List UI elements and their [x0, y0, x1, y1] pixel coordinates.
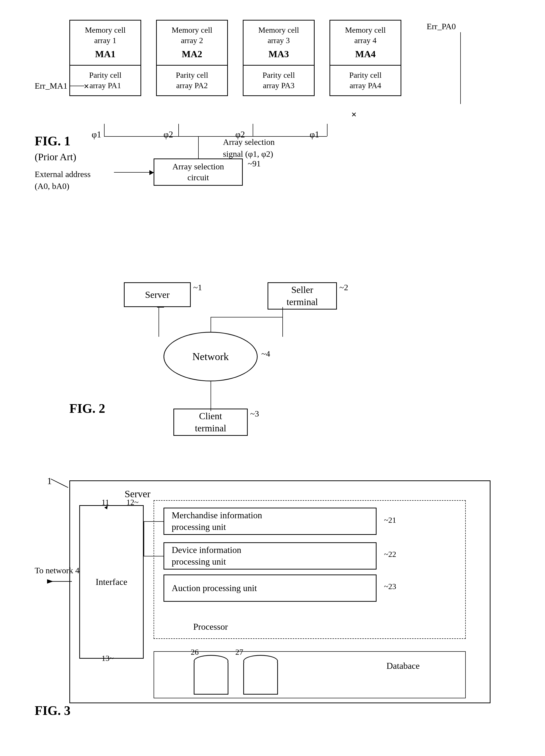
x-mark-ma1: ×	[84, 81, 89, 92]
line-sl-h1	[210, 317, 283, 317]
db-num-27: 27	[235, 648, 243, 657]
fig3-diagram: Server 1 To network 4 Interface 11 12~ 1…	[20, 475, 525, 748]
memory-arrays-row: Memory cellarray 1 MA1 Parity cellarray …	[69, 20, 401, 96]
arr-sel-signal-label: Array selectionsignal (φ1, φ2)	[223, 136, 275, 160]
horiz-phi-line	[104, 136, 327, 137]
seller-num: ~2	[340, 283, 348, 292]
client-num: ~3	[250, 409, 259, 418]
fig2-diagram: Server ~1 Sellerterminal ~2 Network ~4 C…	[20, 267, 525, 466]
to-network-arrow-svg	[45, 576, 74, 586]
db-num-26: 26	[191, 648, 199, 657]
database-area	[153, 651, 466, 698]
vert-line-1	[104, 124, 104, 136]
mem-top-label-2: Memory cellarray 2	[172, 25, 212, 46]
proc-unit-3-label: Auction processing unit	[172, 582, 257, 594]
phi-label-2: φ2	[163, 129, 173, 140]
seller-label: Sellerterminal	[287, 284, 318, 308]
err-pa0-line	[460, 32, 461, 104]
proc-unit-merchandise: Merchandise informationprocessing unit	[163, 508, 377, 535]
fig2-label: FIG. 2	[69, 401, 105, 416]
proc-unit-auction: Auction processing unit	[163, 574, 377, 602]
vert-line-2	[178, 124, 179, 136]
memory-block-2: Memory cellarray 2 MA2 Parity cellarray …	[156, 20, 228, 96]
fig1-diagram: Err_PA0 Memory cellarray 1 MA1 Parity ce…	[20, 15, 525, 258]
mem-bottom-3: Parity cellarray PA3	[243, 66, 314, 95]
mem-name-4: MA4	[355, 48, 376, 60]
network-label: Network	[192, 351, 229, 363]
fig1-prior-art: (Prior Art)	[35, 151, 76, 163]
line-server-to-network	[158, 307, 159, 337]
label-13: 13~	[102, 654, 114, 663]
proc-unit-1-label: Merchandise informationprocessing unit	[172, 510, 262, 533]
client-label: Clientterminal	[195, 410, 226, 435]
svg-line-0	[51, 479, 68, 488]
mem-bottom-2: Parity cellarray PA2	[157, 66, 227, 95]
ext-addr-arrow	[114, 172, 153, 173]
proc-unit-device: Device informationprocessing unit	[163, 542, 377, 570]
mem-name-1: MA1	[95, 48, 115, 60]
proc-unit-2-label: Device informationprocessing unit	[172, 544, 241, 568]
server-box: Server	[124, 282, 191, 307]
err-pa0-label: Err_PA0	[427, 22, 456, 31]
seller-terminal-box: Sellerterminal	[267, 282, 337, 310]
parity-label-4: Parity cellarray PA4	[349, 70, 382, 91]
mem-top-label-1: Memory cellarray 1	[85, 25, 126, 46]
network-oval: Network	[163, 332, 257, 381]
x-mark-pa4: ×	[351, 109, 357, 120]
database-label: Databace	[387, 661, 420, 671]
line-sv-horiz1	[157, 307, 164, 308]
fig3-label: FIG. 3	[35, 703, 70, 718]
parity-label-1: Parity cellarray PA1	[89, 70, 122, 91]
client-terminal-box: Clientterminal	[173, 409, 248, 436]
err-ma1-line	[69, 86, 84, 86]
server-num: ~1	[193, 283, 202, 292]
memory-block-3: Memory cellarray 3 MA3 Parity cellarray …	[243, 20, 315, 96]
arr-sel-num: ~91	[248, 159, 260, 168]
parity-label-2: Parity cellarray PA2	[176, 70, 208, 91]
mem-name-2: MA2	[182, 48, 202, 60]
cylinder-27	[243, 655, 278, 695]
ext-addr-label: External address(A0, bA0)	[35, 168, 91, 192]
mem-top-2: Memory cellarray 2 MA2	[157, 21, 227, 66]
label-11-arrow	[103, 502, 111, 510]
mem-name-3: MA3	[268, 48, 289, 60]
server-label: Server	[145, 289, 169, 300]
processor-label: Processor	[193, 622, 228, 632]
cylinder-26	[194, 655, 228, 695]
h-line-if-to-unit1	[144, 521, 163, 522]
line-network-to-client	[210, 381, 211, 411]
mem-bottom-4: Parity cellarray PA4	[330, 66, 401, 95]
proc-num-21: ~21	[384, 516, 396, 525]
cylinder-26-body	[194, 662, 228, 695]
line-sl-v1	[283, 310, 283, 317]
interface-label: Interface	[96, 577, 127, 587]
mem-top-1: Memory cellarray 1 MA1	[70, 21, 140, 66]
arr-sel-circuit-box: Array selectioncircuit	[153, 158, 243, 186]
interface-box: Interface	[79, 505, 144, 659]
err-ma1-container: Err_MA1	[35, 81, 84, 91]
parity-label-3: Parity cellarray PA3	[262, 70, 295, 91]
err-ma1-label: Err_MA1	[35, 81, 67, 91]
network-num: ~4	[261, 349, 270, 359]
server1-bracket-svg	[48, 476, 73, 491]
proc-num-23: ~23	[384, 582, 396, 591]
mem-bottom-1: Parity cellarray PA1	[70, 66, 140, 95]
h-line-if-to-unit2	[144, 556, 163, 556]
phi-label-1: φ1	[92, 129, 101, 140]
vert-line-3	[253, 124, 253, 136]
label-12: 12~	[126, 498, 138, 507]
vert-line-4	[327, 124, 328, 136]
phi-label-4: φ1	[310, 129, 319, 140]
to-network-label: To network 4	[35, 565, 79, 576]
mem-top-4: Memory cellarray 4 MA4	[330, 21, 401, 66]
mem-top-label-3: Memory cellarray 3	[258, 25, 299, 46]
line-sl-v2	[210, 317, 211, 332]
mem-top-3: Memory cellarray 3 MA3	[243, 21, 314, 66]
cylinder-27-body	[243, 662, 278, 695]
memory-block-4: Memory cellarray 4 MA4 Parity cellarray …	[330, 20, 401, 96]
fig1-label: FIG. 1	[35, 134, 70, 148]
mem-top-label-4: Memory cellarray 4	[345, 25, 386, 46]
proc-num-22: ~22	[384, 550, 396, 559]
v-connect-if	[144, 521, 144, 556]
phi-to-arrsel-line	[198, 136, 199, 158]
